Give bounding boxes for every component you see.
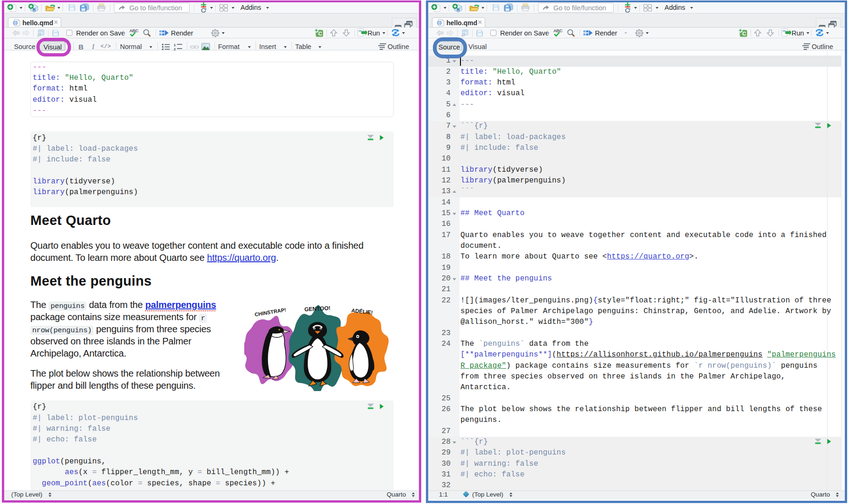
svg-text:GENTOO!: GENTOO! xyxy=(304,305,330,313)
svg-text:ABC: ABC xyxy=(553,28,563,33)
svg-text:C: C xyxy=(318,31,322,36)
svg-text:ABC: ABC xyxy=(129,28,139,33)
svg-text:1: 1 xyxy=(174,43,176,47)
svg-text:2: 2 xyxy=(174,47,176,51)
svg-text:R: R xyxy=(33,7,36,12)
svg-text:C: C xyxy=(743,31,746,36)
svg-text:R: R xyxy=(457,7,460,12)
svg-text:CHINSTRAP!: CHINSTRAP! xyxy=(254,307,286,317)
